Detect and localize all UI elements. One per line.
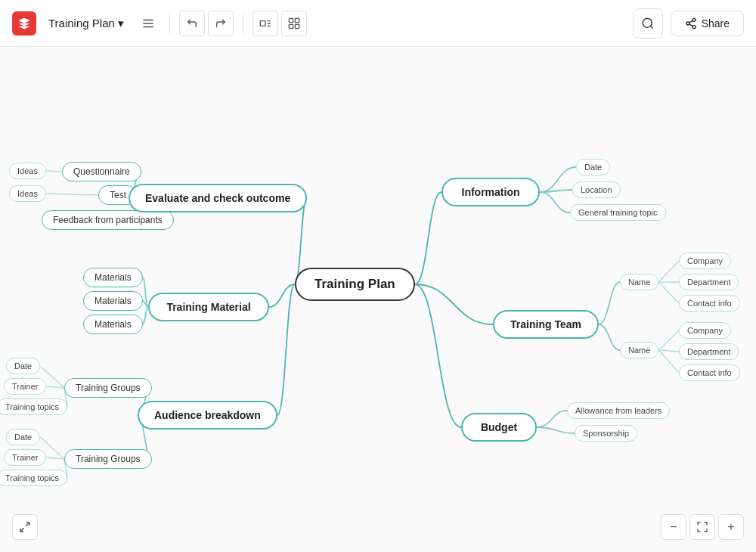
- node-contact1[interactable]: Contact info: [679, 295, 740, 312]
- node-feedback[interactable]: Feedback from participants: [42, 210, 174, 230]
- node-materials2[interactable]: Materials: [83, 291, 143, 311]
- svg-line-15: [46, 171, 62, 172]
- title-text: Training Plan: [48, 17, 115, 29]
- layout-button[interactable]: [281, 11, 307, 36]
- node-ideas1[interactable]: Ideas: [9, 163, 46, 179]
- svg-line-30: [20, 528, 24, 532]
- zoom-out-button[interactable]: −: [661, 514, 686, 540]
- svg-point-12: [692, 25, 696, 28]
- toolbar-right: Share: [633, 8, 744, 39]
- app-icon[interactable]: [12, 11, 36, 36]
- svg-line-9: [650, 26, 652, 28]
- node-trainer2[interactable]: Trainer: [4, 449, 46, 466]
- toolbar-view-actions: [253, 11, 307, 36]
- toolbar-left: Training Plan ▾: [12, 11, 307, 36]
- node-date1[interactable]: Date: [6, 358, 40, 374]
- node-center[interactable]: Training Plan: [295, 268, 415, 301]
- node-training-groups1[interactable]: Training Groups: [64, 378, 152, 398]
- node-budget[interactable]: Budget: [461, 413, 537, 442]
- node-evaluate[interactable]: Evaluate and check outcome: [129, 184, 307, 212]
- bottom-right-controls: − +: [661, 514, 744, 540]
- node-materials1[interactable]: Materials: [83, 268, 143, 287]
- node-ideas2[interactable]: Ideas: [9, 185, 46, 202]
- toolbar-divider: [169, 13, 170, 34]
- node-trainer1[interactable]: Trainer: [4, 378, 46, 395]
- canvas[interactable]: Training Plan Evaluate and check outcome…: [0, 47, 756, 552]
- node-materials3[interactable]: Materials: [83, 315, 143, 334]
- svg-rect-4: [289, 18, 293, 22]
- toolbar-actions: [179, 11, 234, 36]
- node-company1[interactable]: Company: [679, 253, 731, 269]
- node-questionnaire[interactable]: Questionnaire: [62, 162, 141, 181]
- view-mode-button[interactable]: [253, 11, 278, 36]
- node-dept2[interactable]: Department: [679, 343, 739, 360]
- node-name1[interactable]: Name: [620, 274, 658, 290]
- svg-point-8: [643, 18, 652, 27]
- toolbar-divider2: [243, 13, 243, 34]
- svg-line-23: [658, 261, 679, 282]
- node-allowance[interactable]: Allowance from leaders: [567, 402, 670, 419]
- svg-rect-3: [260, 20, 265, 26]
- zoom-in-button[interactable]: +: [718, 514, 744, 540]
- node-name2[interactable]: Name: [620, 342, 658, 358]
- node-info-general[interactable]: General training topic: [570, 204, 666, 221]
- svg-line-16: [46, 194, 98, 195]
- svg-rect-5: [295, 18, 299, 22]
- svg-rect-6: [289, 24, 293, 28]
- svg-rect-7: [295, 24, 299, 28]
- redo-button[interactable]: [208, 11, 234, 36]
- node-dept1[interactable]: Department: [679, 274, 739, 290]
- svg-point-10: [692, 18, 696, 21]
- document-title[interactable]: Training Plan ▾: [42, 14, 130, 33]
- node-date2[interactable]: Date: [6, 429, 40, 445]
- node-training-team[interactable]: Training Team: [493, 310, 599, 339]
- undo-button[interactable]: [179, 11, 205, 36]
- node-sponsorship[interactable]: Sponsorship: [575, 425, 637, 442]
- zoom-fit-button[interactable]: [689, 514, 715, 540]
- menu-button[interactable]: [136, 11, 160, 36]
- node-information[interactable]: Information: [442, 178, 540, 206]
- svg-line-27: [658, 350, 679, 352]
- mindmap: Training Plan Evaluate and check outcome…: [0, 47, 756, 552]
- node-audience[interactable]: Audience breakdown: [138, 401, 277, 430]
- node-company2[interactable]: Company: [679, 322, 731, 339]
- svg-line-29: [26, 523, 29, 526]
- svg-line-21: [46, 457, 64, 459]
- share-button[interactable]: Share: [671, 11, 744, 36]
- bottom-left-controls: [12, 514, 38, 540]
- svg-line-25: [658, 282, 679, 303]
- node-training-material[interactable]: Training Material: [148, 293, 269, 321]
- node-training-groups2[interactable]: Training Groups: [64, 449, 152, 469]
- svg-line-13: [689, 24, 692, 26]
- svg-line-28: [658, 350, 679, 373]
- expand-button[interactable]: [12, 514, 38, 540]
- svg-line-14: [689, 20, 692, 23]
- share-label: Share: [702, 17, 730, 29]
- node-info-date[interactable]: Date: [576, 159, 610, 175]
- svg-point-11: [686, 22, 689, 25]
- node-info-location[interactable]: Location: [572, 181, 621, 198]
- svg-line-18: [46, 386, 64, 388]
- node-training-topics2[interactable]: Training topics: [0, 470, 67, 486]
- node-training-topics1[interactable]: Training topics: [0, 398, 67, 415]
- node-contact2[interactable]: Contact info: [679, 364, 740, 381]
- chevron-down-icon: ▾: [118, 17, 124, 30]
- search-button[interactable]: [633, 8, 663, 39]
- toolbar: Training Plan ▾: [0, 0, 756, 47]
- svg-line-26: [658, 330, 679, 350]
